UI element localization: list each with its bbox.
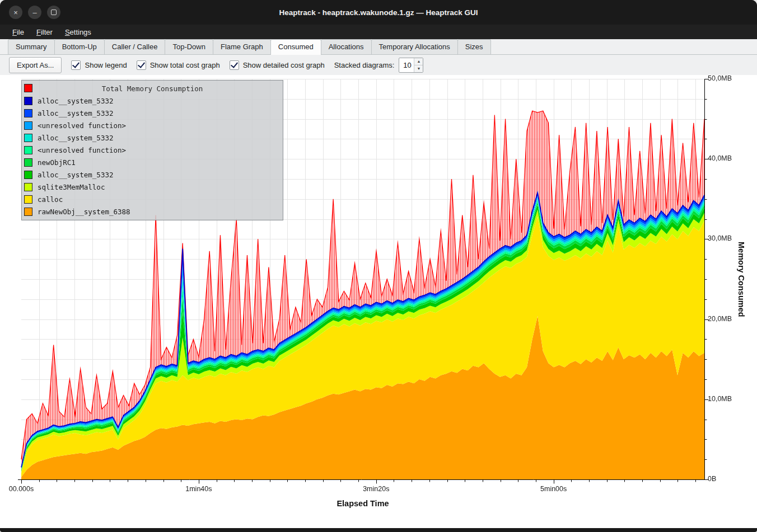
tab-temporary-allocations[interactable]: Temporary Allocations	[371, 39, 458, 54]
window-title: Heaptrack - heaptrack.wakunode.1.gz — He…	[0, 0, 757, 25]
legend-item: sqlite3MemMalloc	[22, 181, 283, 193]
legend-item-label: alloc__system_5332	[38, 97, 113, 105]
tab-bottom-up[interactable]: Bottom-Up	[54, 39, 105, 54]
legend-item: calloc	[22, 193, 283, 205]
y-axis-title: Memory Consumed	[737, 195, 746, 363]
legend-item: newObjRC1	[22, 156, 283, 168]
close-icon: ×	[13, 9, 18, 16]
chart-legend: Total Memory Consumption alloc__system_5…	[21, 80, 283, 220]
tab-summary[interactable]: Summary	[8, 39, 55, 54]
legend-item: alloc__system_5332	[22, 107, 283, 119]
close-button[interactable]: ×	[9, 6, 22, 19]
y-axis-tick-label: 10,0MB	[708, 395, 732, 403]
legend-title: Total Memory Consumption	[22, 84, 283, 93]
titlebar: Heaptrack - heaptrack.wakunode.1.gz — He…	[0, 0, 757, 25]
checkbox-box[interactable]	[71, 60, 81, 70]
toolbar: Export As... Show legend Show total cost…	[0, 55, 757, 75]
legend-swatch	[24, 208, 32, 216]
legend-swatch	[24, 158, 32, 167]
legend-swatch-total	[24, 84, 32, 92]
x-axis-tick-label: 1min40s	[174, 485, 224, 493]
legend-item-label: rawNewObj__system_6388	[38, 208, 130, 216]
stacked-diagrams-spinbox[interactable]: 10 ▲ ▼	[399, 58, 423, 73]
heaptrack-window: Heaptrack - heaptrack.wakunode.1.gz — He…	[0, 0, 757, 532]
maximize-icon	[51, 10, 57, 15]
show-detailed-cost-graph-checkbox[interactable]: Show detailed cost graph	[230, 60, 325, 70]
legend-item: <unresolved function>	[22, 144, 283, 156]
checkbox-label: Show detailed cost graph	[243, 61, 325, 69]
legend-swatch	[24, 134, 32, 142]
legend-title-row: Total Memory Consumption	[22, 82, 283, 95]
y-axis-tick-label: 40,0MB	[708, 154, 732, 162]
legend-swatch	[24, 195, 32, 204]
checkbox-label: Show total cost graph	[150, 61, 220, 69]
main-content: Summary Bottom-Up Caller / Callee Top-Do…	[0, 39, 757, 528]
legend-swatch	[24, 183, 32, 191]
legend-swatch	[24, 146, 32, 154]
checkbox-label: Show legend	[85, 61, 127, 69]
spin-down-icon[interactable]: ▼	[414, 65, 423, 72]
tab-caller-callee[interactable]: Caller / Callee	[104, 39, 166, 54]
maximize-button[interactable]	[47, 6, 60, 19]
legend-item: rawNewObj__system_6388	[22, 205, 283, 218]
export-as-button[interactable]: Export As...	[9, 57, 62, 73]
stacked-diagrams-label: Stacked diagrams:	[334, 61, 395, 69]
legend-item-label: <unresolved function>	[38, 121, 126, 130]
y-axis-tick-label: 50,0MB	[708, 74, 732, 82]
y-axis-tick-label: 20,0MB	[708, 315, 732, 323]
legend-swatch	[24, 109, 32, 117]
y-axis-tick-label: 0B	[708, 475, 716, 483]
show-total-cost-graph-checkbox[interactable]: Show total cost graph	[137, 60, 220, 70]
window-controls: × –	[9, 6, 60, 19]
legend-item-label: alloc__system_5332	[38, 171, 113, 179]
legend-item-label: alloc__system_5332	[38, 109, 113, 117]
x-axis-tick-label: 5min00s	[529, 485, 579, 493]
tab-consumed[interactable]: Consumed	[270, 39, 321, 55]
legend-item-label: calloc	[38, 195, 63, 204]
checkbox-box[interactable]	[230, 60, 239, 70]
menu-settings[interactable]: Settings	[59, 26, 97, 38]
legend-item: <unresolved function>	[22, 119, 283, 131]
legend-item: alloc__system_5332	[22, 95, 283, 107]
minimize-icon: –	[32, 9, 36, 16]
tab-allocations[interactable]: Allocations	[321, 39, 372, 54]
minimize-button[interactable]: –	[28, 6, 41, 19]
legend-swatch	[24, 121, 32, 130]
menu-filter[interactable]: Filter	[31, 26, 58, 38]
tab-sizes[interactable]: Sizes	[457, 39, 491, 54]
stacked-diagrams-value: 10	[399, 58, 414, 72]
legend-item: alloc__system_5332	[22, 131, 283, 144]
tab-top-down[interactable]: Top-Down	[165, 39, 213, 54]
stacked-diagrams-group: Stacked diagrams: 10 ▲ ▼	[334, 58, 424, 73]
legend-item: alloc__system_5332	[22, 168, 283, 181]
x-axis-tick-label: 3min20s	[351, 485, 401, 493]
legend-swatch	[24, 97, 32, 105]
legend-item-label: sqlite3MemMalloc	[38, 183, 105, 191]
menubar: File Filter Settings	[0, 25, 757, 39]
y-axis-tick-label: 30,0MB	[708, 234, 732, 242]
legend-item-label: newObjRC1	[38, 158, 76, 167]
x-axis-tick-label: 00.000s	[0, 485, 46, 493]
x-axis-title: Elapsed Time	[307, 499, 419, 508]
menu-file[interactable]: File	[7, 26, 30, 38]
tab-bar: Summary Bottom-Up Caller / Callee Top-Do…	[0, 39, 757, 55]
spin-up-icon[interactable]: ▲	[414, 58, 423, 65]
show-legend-checkbox[interactable]: Show legend	[71, 60, 127, 70]
checkbox-box[interactable]	[137, 60, 146, 70]
legend-swatch	[24, 171, 32, 179]
legend-item-label: alloc__system_5332	[38, 134, 113, 142]
legend-item-label: <unresolved function>	[38, 146, 126, 154]
tab-flame-graph[interactable]: Flame Graph	[213, 39, 271, 54]
